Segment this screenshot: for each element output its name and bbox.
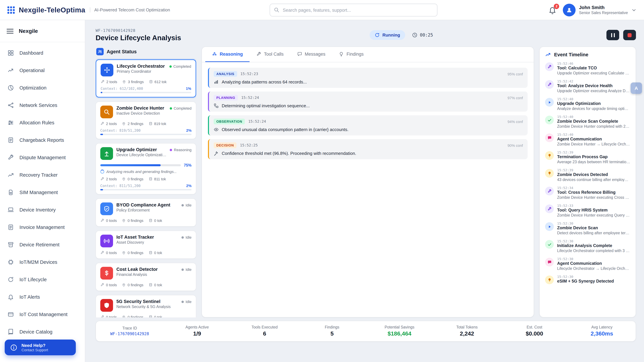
- agent-name: Upgrade Optimizer: [116, 147, 166, 152]
- tools-count: 0 tools: [100, 315, 117, 318]
- agent-card-zombie-device-hunter[interactable]: Zombie Device Hunter Inactive Device Det…: [96, 102, 196, 139]
- tab-reasoning[interactable]: Reasoning: [205, 47, 250, 62]
- agent-name: 5G Security Sentinel: [116, 299, 178, 304]
- tools-count: 2 tools: [100, 122, 117, 126]
- sidebar-item-device-retirement[interactable]: Device Retirement: [0, 236, 85, 253]
- contact-support-button[interactable]: Need Help? Contact Support: [5, 340, 76, 355]
- entry-badge: DECISION: [214, 142, 237, 148]
- translate-widget[interactable]: A: [630, 82, 642, 94]
- sidebar-item-iot-alerts[interactable]: IoT Alerts: [0, 288, 85, 306]
- tokens-count: 0 tok: [148, 315, 162, 318]
- bell-icon: [8, 294, 14, 300]
- status-dot: [182, 204, 184, 206]
- sidebar-item-invoice-management[interactable]: Invoice Management: [0, 219, 85, 236]
- reasoning-log: ANALYSIS 15:52:23 95% conf Analyzing dat…: [202, 62, 534, 165]
- help-subtitle: Contact Support: [22, 348, 48, 352]
- agent-card-iot-asset-tracker[interactable]: IoT Asset Tracker Asset Discovery Idle 0…: [96, 231, 196, 259]
- agent-card-upgrade-optimizer[interactable]: Upgrade Optimizer Device Lifecycle Optim…: [96, 143, 196, 194]
- sidebar-item-sim-management[interactable]: SIM Management: [0, 184, 85, 201]
- event-title: Zombie Device Scan Complete: [557, 119, 630, 124]
- tab-tool-calls[interactable]: Tool Calls: [250, 47, 290, 62]
- context-percent: 2%: [186, 128, 192, 132]
- sidebar: Nexgile Dashboard Operational Optimizati…: [0, 20, 85, 362]
- sidebar-item-iot-lifecycle[interactable]: IoT Lifecycle: [0, 271, 85, 288]
- entry-confidence: 95% conf: [508, 72, 523, 76]
- check-icon: [545, 116, 554, 124]
- entry-badge: OBSERVATION: [214, 119, 245, 124]
- user-menu[interactable]: John Smith Senior Sales Representative: [563, 3, 637, 16]
- play-icon: [545, 222, 554, 231]
- database-icon: [148, 315, 152, 318]
- agents-icon: [96, 48, 104, 55]
- tokens-count: 0 tok: [148, 251, 162, 255]
- timeline-event: 15:52:30Agent CommunicationLifecycle Orc…: [545, 257, 630, 271]
- sidebar-item-label: Chargeback Reports: [20, 137, 64, 143]
- tab-label: Findings: [346, 52, 364, 57]
- timeline-event: 15:52:30Zombie Device ScanDetect devices…: [545, 222, 630, 235]
- tab-messages[interactable]: Messages: [290, 47, 332, 62]
- avatar: [563, 3, 576, 16]
- agent-role: Policy Enforcement: [116, 208, 178, 212]
- event-title: Termination Process Gap: [557, 155, 630, 159]
- event-title: eSIM + 5G Synergy Detected: [557, 279, 630, 284]
- sidebar-item-device-catalog[interactable]: Device Catalog: [0, 323, 85, 341]
- context-progress-bar: [100, 92, 191, 93]
- search-input[interactable]: [270, 4, 438, 16]
- orchestrator-icon: [100, 64, 113, 76]
- hamburger-menu-icon[interactable]: [7, 29, 14, 33]
- entry-text: Determining optimal investigation sequen…: [222, 103, 310, 108]
- agent-card-cost-leak-detector[interactable]: Cost Leak Detector Financial Analysis Id…: [96, 263, 196, 291]
- sim-card-icon: [8, 189, 14, 196]
- sidebar-item-dispute-management[interactable]: Dispute Management: [0, 149, 85, 166]
- agent-card-5g-security-sentinel[interactable]: 5G Security Sentinel Network Security & …: [96, 295, 196, 318]
- event-time: 15:52:30: [557, 239, 630, 243]
- app-logo-icon[interactable]: [7, 5, 16, 14]
- wrench-icon: [256, 52, 261, 57]
- entry-time: 15:52:25: [240, 143, 258, 147]
- event-desc: Average 23 days between HR termination a…: [557, 160, 630, 164]
- sidebar-item-operational[interactable]: Operational: [0, 62, 85, 79]
- agent-card-lifecycle-orchestrator[interactable]: Lifecycle Orchestrator Primary Coordinat…: [96, 59, 196, 97]
- agent-state: Completed: [170, 64, 191, 68]
- eye-icon: [214, 127, 219, 132]
- sidebar-item-label: SIM Management: [20, 190, 58, 195]
- wrench-icon: [545, 80, 554, 89]
- event-time: 15:52:40: [557, 133, 630, 136]
- agent-name: Zombie Device Hunter: [116, 106, 166, 111]
- agent-card-byod-compliance[interactable]: BYOD Compliance Agent Policy Enforcement…: [96, 198, 196, 227]
- database-icon: [148, 251, 152, 255]
- sidebar-item-dashboard[interactable]: Dashboard: [0, 44, 85, 62]
- sidebar-item-iot-cost-management[interactable]: IoT Cost Management: [0, 306, 85, 323]
- tab-label: Reasoning: [220, 52, 243, 57]
- brand-title[interactable]: Nexgile-TeleOptima: [19, 6, 85, 14]
- timeline-event: 15:52:33Tool: Query HRIS SystemZombie De…: [545, 204, 630, 217]
- tools-count: 2 tools: [100, 80, 117, 84]
- timeline-event: 15:52:34Tool: Cross Reference BillingZom…: [545, 186, 630, 199]
- tab-findings[interactable]: Findings: [332, 47, 370, 62]
- sidebar-item-recovery-tracker[interactable]: Recovery Tracker: [0, 166, 85, 184]
- sidebar-item-iot-m2m-devices[interactable]: IoT/M2M Devices: [0, 253, 85, 271]
- agent-role: Network Security & 5G Analysis: [116, 305, 178, 309]
- agent-state: Idle: [182, 300, 192, 304]
- pin-icon: [122, 283, 126, 287]
- sidebar-item-optimization[interactable]: Optimization: [0, 79, 85, 96]
- sidebar-item-network-services[interactable]: Network Services: [0, 96, 85, 114]
- tab-label: Tool Calls: [264, 52, 284, 57]
- pin-icon: [122, 219, 126, 223]
- sidebar-item-label: Recovery Tracker: [20, 172, 58, 178]
- reasoning-entry: ANALYSIS 15:52:23 95% conf Analyzing dat…: [208, 68, 528, 88]
- sidebar-item-chargeback-reports[interactable]: Chargeback Reports: [0, 131, 85, 149]
- context-percent: 2%: [186, 184, 192, 188]
- event-desc: Lifecycle Orchestrator completed with 3 …: [557, 249, 630, 253]
- trend-up-icon: [8, 172, 14, 178]
- chevron-down-icon[interactable]: [631, 7, 636, 12]
- notifications-button[interactable]: 2: [548, 5, 557, 14]
- event-title: Tool: Query HRIS System: [557, 208, 630, 213]
- stop-button[interactable]: [623, 30, 636, 40]
- sidebar-item-allocation-rules[interactable]: Allocation Rules: [0, 114, 85, 131]
- sidebar-item-device-inventory[interactable]: Device Inventory: [0, 201, 85, 219]
- tokens-count: 811 tok: [148, 177, 166, 181]
- shield-check-icon: [100, 202, 113, 215]
- agent-name: IoT Asset Tracker: [116, 235, 178, 240]
- pause-button[interactable]: [606, 30, 619, 40]
